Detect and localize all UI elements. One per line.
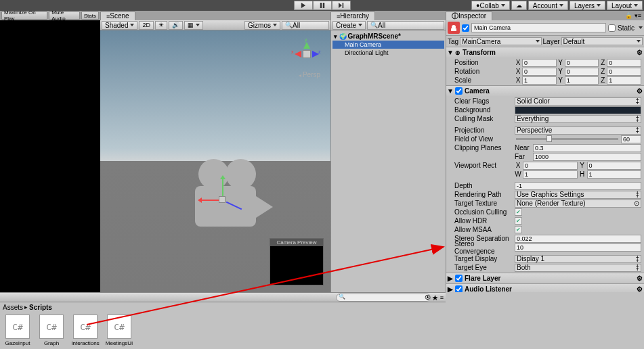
step-button[interactable] — [332, 1, 351, 10]
tag-dropdown[interactable]: MainCamera — [460, 37, 541, 45]
scene-search[interactable]: 🔍All — [282, 21, 329, 30]
gizmos-dropdown[interactable]: Gizmos — [244, 21, 280, 30]
vp-w[interactable]: 1 — [523, 170, 578, 179]
scl-z[interactable]: 1 — [607, 76, 641, 85]
rot-y[interactable]: 0 — [565, 68, 599, 76]
maximize-toggle[interactable]: Maximize On Play — [1, 11, 47, 20]
game-view[interactable] — [0, 20, 100, 292]
create-dropdown[interactable]: Create — [332, 21, 366, 30]
target-eye-dropdown[interactable]: Both‡ — [515, 264, 641, 272]
account-dropdown[interactable]: Account — [528, 1, 568, 10]
camera-enabled[interactable] — [455, 87, 463, 95]
near-field[interactable]: 0.3 — [533, 144, 641, 152]
tab-scene[interactable]: ≡ Scene — [100, 11, 135, 20]
fov-field[interactable]: 60 — [621, 135, 641, 143]
cloud-button[interactable]: ☁ — [511, 1, 527, 10]
gear-icon[interactable]: ⚙ — [636, 285, 643, 292]
fx-toggle[interactable]: ▦ — [184, 21, 203, 30]
asset-interactions[interactable]: C#Interactions — [70, 315, 100, 346]
layers-dropdown[interactable]: Layers — [570, 1, 605, 10]
gameobject-active-checkbox[interactable] — [462, 24, 469, 32]
transform-header[interactable]: ▼⊕ Transform⚙ — [446, 47, 644, 57]
flare-header[interactable]: ▶ Flare Layer⚙ — [446, 273, 644, 283]
asset-grid[interactable]: C#GazeInput C#Graph C#Interactions C#Mee… — [0, 312, 446, 349]
project-search[interactable] — [336, 294, 431, 302]
hierarchy-tree[interactable]: ▾ 🌍 GraphMRScene* Main Camera Directiona… — [331, 30, 446, 292]
pos-z[interactable]: 0 — [607, 59, 641, 67]
gameobject-name-field[interactable]: Main Camera — [471, 23, 606, 32]
audio-toggle[interactable]: 🔊 — [169, 21, 183, 30]
collab-dropdown[interactable]: ● Collab — [471, 1, 510, 10]
play-button[interactable] — [294, 1, 313, 10]
far-label: Far — [515, 153, 532, 160]
clear-flags-dropdown[interactable]: Solid Color‡ — [515, 97, 641, 106]
breadcrumb-1[interactable]: Scripts — [29, 304, 52, 311]
pos-x[interactable]: 0 — [522, 59, 557, 67]
projection-dropdown[interactable]: Perspective‡ — [515, 126, 641, 135]
orientation-gizmo[interactable]: x y z — [293, 41, 320, 74]
breadcrumb[interactable]: Assets ▸ Scripts — [0, 302, 446, 312]
breadcrumb-0[interactable]: Assets — [3, 304, 23, 311]
lighting-toggle[interactable]: ☀ — [155, 21, 167, 30]
mute-toggle[interactable]: Mute Audio — [49, 11, 79, 20]
scl-x[interactable]: 1 — [522, 76, 557, 85]
scl-y[interactable]: 1 — [565, 76, 599, 85]
lock-icon[interactable]: 🔒 ▾≡ — [625, 12, 641, 19]
pos-y[interactable]: 0 — [565, 59, 599, 67]
camera-header[interactable]: ▼ Camera⚙ — [446, 86, 644, 96]
culling-mask-dropdown[interactable]: Everything‡ — [515, 115, 641, 123]
gear-icon[interactable]: ⚙ — [636, 275, 643, 282]
projection-label[interactable]: ◂ Persp — [299, 71, 320, 78]
rot-z[interactable]: 0 — [607, 68, 641, 76]
rot-x[interactable]: 0 — [522, 68, 557, 76]
gear-icon[interactable]: ⚙ — [636, 49, 643, 56]
audio-header[interactable]: ▶ Audio Listener⚙ — [446, 284, 644, 292]
depth-field[interactable]: -1 — [515, 182, 641, 190]
asset-gazeinput[interactable]: C#GazeInput — [3, 315, 33, 346]
tab-inspector[interactable]: ⓘ Inspector — [446, 11, 492, 20]
fov-slider[interactable] — [516, 138, 618, 140]
shaded-dropdown[interactable]: Shaded — [102, 21, 137, 30]
component-camera: ▼ Camera⚙ Clear FlagsSolid Color‡ Backgr… — [446, 85, 644, 273]
pause-button[interactable] — [313, 1, 332, 10]
audio-enabled[interactable] — [455, 285, 463, 292]
component-audio: ▶ Audio Listener⚙ — [446, 283, 644, 292]
target-texture-field[interactable]: None (Render Texture)⊙ — [515, 200, 641, 208]
stereo-conv-field[interactable]: 10 — [515, 243, 641, 252]
msaa-checkbox[interactable]: ✔ — [515, 226, 522, 233]
target-display-dropdown[interactable]: Display 1‡ — [515, 255, 641, 263]
vp-h[interactable]: 1 — [587, 170, 642, 179]
hierarchy-search[interactable]: 🔍All — [367, 21, 444, 30]
hierarchy-item-light[interactable]: Directional Light — [332, 49, 444, 57]
2d-toggle[interactable]: 2D — [139, 21, 154, 30]
hierarchy-toolbar: Create 🔍All — [331, 20, 446, 30]
rotation-label: Rotation — [449, 68, 513, 75]
camera-gizmo[interactable] — [175, 166, 283, 233]
vp-x[interactable]: 0 — [523, 162, 578, 170]
clipping-label: Clipping Planes — [449, 144, 513, 152]
tab-hierarchy[interactable]: ≡ Hierarchy — [330, 11, 375, 20]
layer-dropdown[interactable]: Default — [561, 37, 643, 45]
asset-meetingsui[interactable]: C#MeetingsUI — [104, 315, 134, 346]
layout-dropdown[interactable]: Layout — [607, 1, 643, 10]
csharp-icon: C# — [107, 315, 131, 339]
vp-y[interactable]: 0 — [587, 162, 642, 170]
tag-layer-row: Tag MainCamera Layer Default — [446, 36, 644, 47]
background-color[interactable] — [515, 106, 641, 114]
hdr-checkbox[interactable]: ✔ — [515, 217, 522, 225]
scene-root[interactable]: ▾ 🌍 GraphMRScene* — [332, 32, 444, 41]
rendering-path-dropdown[interactable]: Use Graphics Settings‡ — [515, 191, 641, 199]
stats-toggle[interactable]: Stats — [81, 11, 99, 20]
far-field[interactable]: 1000 — [533, 153, 641, 161]
gear-icon[interactable]: ⚙ — [636, 87, 643, 95]
csharp-icon: C# — [5, 315, 30, 339]
flare-enabled[interactable] — [455, 275, 463, 282]
occlusion-checkbox[interactable]: ✔ — [515, 208, 522, 216]
hierarchy-item-camera[interactable]: Main Camera — [332, 41, 444, 49]
static-checkbox[interactable] — [608, 24, 616, 32]
stereo-sep-field[interactable]: 0.022 — [515, 235, 641, 243]
project-options-icon[interactable]: ⦿ ★ ≡ — [425, 294, 444, 301]
scene-viewport[interactable]: x y z ◂ Persp Camera Preview — [100, 30, 330, 292]
asset-graph[interactable]: C#Graph — [37, 315, 66, 346]
playback-controls — [294, 1, 351, 10]
